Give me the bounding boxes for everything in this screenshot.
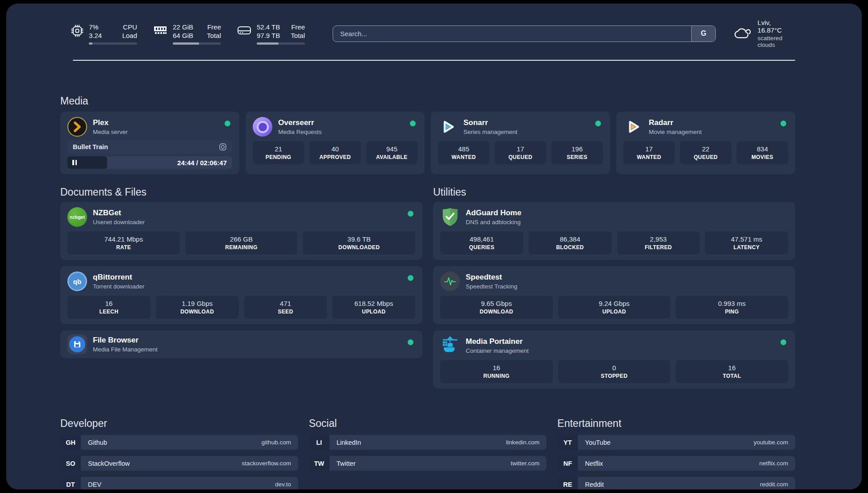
- stat-ping: 0.993 msPING: [676, 296, 788, 319]
- card-qbittorrent[interactable]: qb qBittorrent Torrent downloader 16LEEC…: [60, 266, 422, 324]
- memory-free-value: 22 GiB: [173, 23, 193, 31]
- stat-leech: 16LEECH: [67, 296, 150, 319]
- link-url: github.com: [262, 439, 291, 446]
- nzbget-icon: nzbget: [67, 207, 87, 227]
- stat-downloaded: 39.6 TBDOWNLOADED: [303, 231, 415, 255]
- link-name: YouTube: [585, 439, 610, 446]
- card-subtitle: DNS and adblocking: [466, 219, 522, 226]
- card-title: File Browser: [93, 336, 158, 345]
- card-sonarr[interactable]: Sonarr Series management 485WANTED 17QUE…: [431, 112, 610, 174]
- search-engine-button[interactable]: G: [691, 26, 715, 42]
- now-playing-row: Bullet Train: [67, 140, 232, 154]
- stat-download: 1.19 GbpsDOWNLOAD: [156, 296, 239, 319]
- qbittorrent-icon: qb: [67, 272, 87, 291]
- cpu-percent: 7%: [89, 23, 99, 31]
- section-title-media: Media: [60, 95, 795, 107]
- radarr-icon: [623, 117, 643, 137]
- weather-location-temp: Lviv, 16.87°C: [758, 19, 795, 34]
- portainer-icon: [440, 336, 460, 355]
- link-tag: TW: [309, 456, 330, 471]
- link-youtube[interactable]: YT YouTubeyoutube.com: [557, 435, 795, 450]
- stat-approved: 40APPROVED: [309, 141, 361, 164]
- cpu-icon: [71, 25, 83, 37]
- card-portainer[interactable]: Media Portainer Container management 16R…: [433, 330, 795, 389]
- card-adguard[interactable]: AdGuard Home DNS and adblocking 498,461Q…: [433, 202, 795, 260]
- search-input[interactable]: [333, 30, 691, 38]
- link-url: linkedin.com: [506, 439, 539, 446]
- adguard-icon: [440, 207, 460, 227]
- link-twitter[interactable]: TW Twittertwitter.com: [309, 456, 547, 471]
- card-title: Overseerr: [278, 118, 322, 127]
- memory-free-label: Free: [207, 23, 221, 31]
- cpu-progress-fill: [89, 42, 92, 45]
- weather-condition: scattered clouds: [758, 35, 795, 48]
- link-name: Github: [88, 439, 107, 446]
- link-url: youtube.com: [754, 439, 788, 446]
- disk-free-value: 52.4 TB: [257, 23, 280, 31]
- playback-time: 24:44 / 02:06:47: [177, 159, 232, 167]
- utilities-column: Utilities AdGuard Home: [433, 186, 795, 389]
- card-title: qBittorrent: [93, 273, 145, 282]
- card-subtitle: Torrent downloader: [93, 283, 145, 290]
- card-subtitle: Media Requests: [278, 129, 322, 135]
- disk-free-label: Free: [291, 23, 305, 31]
- link-name: Netflix: [585, 460, 603, 467]
- link-reddit[interactable]: RE Redditreddit.com: [557, 477, 795, 489]
- link-url: twitter.com: [511, 460, 540, 467]
- stat-seed: 471SEED: [244, 296, 327, 319]
- link-url: stackoverflow.com: [242, 460, 291, 467]
- card-overseerr[interactable]: Overseerr Media Requests 21PENDING 40APP…: [246, 112, 425, 174]
- stat-series: 196SERIES: [551, 141, 603, 164]
- card-nzbget[interactable]: nzbget NZBGet Usenet downloader 744.21 M…: [60, 202, 422, 260]
- stat-upload: 9.24 GbpsUPLOAD: [558, 296, 671, 319]
- card-filebrowser[interactable]: File Browser Media File Management: [60, 330, 422, 358]
- link-dev[interactable]: DT DEVdev.to: [60, 477, 298, 489]
- card-radarr[interactable]: Radarr Movie management 17WANTED 22QUEUE…: [616, 112, 795, 174]
- stat-running: 16RUNNING: [440, 360, 553, 383]
- card-subtitle: Movie management: [649, 129, 702, 135]
- disk-total-value: 97.9 TB: [257, 31, 280, 40]
- link-tag: GH: [60, 435, 81, 450]
- viewfinder-icon[interactable]: [219, 143, 227, 151]
- disk-icon: [237, 25, 251, 36]
- memory-progress-track: [173, 42, 221, 45]
- card-title: Sonarr: [463, 118, 517, 127]
- system-stats: 7%CPU 3.24Load 22 GiBFree 64 GiBTotal: [71, 23, 305, 45]
- disk-progress-fill: [257, 42, 279, 45]
- link-netflix[interactable]: NF Netflixnetflix.com: [557, 456, 795, 471]
- stat-total: 16TOTAL: [676, 360, 788, 383]
- stat-stopped: 0STOPPED: [558, 360, 671, 383]
- link-tag: LI: [309, 435, 330, 450]
- card-subtitle: Media File Management: [93, 346, 158, 353]
- link-stackoverflow[interactable]: SO StackOverflowstackoverflow.com: [60, 456, 298, 471]
- link-name: StackOverflow: [88, 460, 129, 467]
- stat-pending: 21PENDING: [253, 141, 304, 164]
- card-subtitle: Speedtest Tracking: [466, 283, 517, 290]
- stat-queued: 17QUEUED: [495, 141, 546, 164]
- link-url: netflix.com: [759, 460, 788, 467]
- status-dot: [408, 211, 413, 217]
- status-dot: [595, 121, 601, 126]
- entertainment-links-column: Entertainment YT YouTubeyoutube.com NF N…: [557, 417, 795, 489]
- documents-column: Documents & Files nzbget NZBGet Usenet d…: [60, 186, 422, 389]
- link-url: reddit.com: [760, 481, 788, 488]
- card-plex[interactable]: Plex Media server Bullet Train 24:44 / 0…: [60, 112, 239, 174]
- search-bar: G: [333, 25, 716, 42]
- now-playing-title: Bullet Train: [73, 143, 108, 150]
- pause-icon[interactable]: [72, 160, 77, 165]
- memory-total-value: 64 GiB: [173, 31, 193, 40]
- playback-progress-bar[interactable]: 24:44 / 02:06:47: [67, 156, 232, 169]
- status-dot: [408, 275, 413, 281]
- card-title: AdGuard Home: [466, 209, 522, 217]
- status-dot: [780, 121, 786, 126]
- stat-remaining: 266 GBREMAINING: [185, 231, 298, 255]
- card-title: Plex: [93, 118, 128, 127]
- card-speedtest[interactable]: Speedtest Speedtest Tracking 9.65 GbpsDO…: [433, 266, 795, 324]
- stat-queued: 22QUEUED: [680, 141, 731, 164]
- card-subtitle: Media server: [93, 129, 128, 135]
- link-github[interactable]: GH Githubgithub.com: [60, 435, 298, 450]
- link-linkedin[interactable]: LI LinkedInlinkedin.com: [309, 435, 547, 450]
- dashboard-window: 7%CPU 3.24Load 22 GiBFree 64 GiBTotal: [6, 4, 862, 489]
- link-tag: DT: [60, 477, 81, 489]
- memory-progress-fill: [173, 42, 199, 45]
